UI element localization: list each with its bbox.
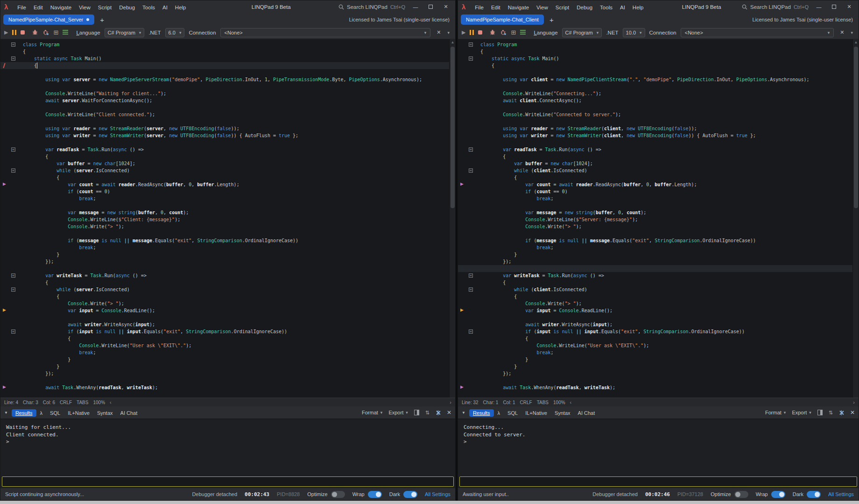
code-line[interactable]: using var reader = new StreamReader(serv… [0,125,455,132]
clear-connection-icon[interactable]: ✕ [437,29,441,35]
code-editor[interactable]: −class Program{− static async Task Main(… [458,39,859,406]
code-line[interactable]: await client.ConnectAsync(); [458,97,859,104]
code-line[interactable] [458,265,859,272]
executing-spinner-icon[interactable] [436,410,441,415]
format-menu[interactable]: Format▾ [765,410,786,415]
code-line[interactable]: − while (client.IsConnected) [458,167,859,174]
fold-collapse-icon[interactable]: − [11,56,15,61]
toggle-switch[interactable] [403,491,417,498]
code-line[interactable] [458,69,859,76]
stop-button-icon[interactable] [21,30,25,35]
code-line[interactable]: − static async Task Main() [458,55,859,62]
code-line[interactable]: await writer.WriteAsync(input); [458,321,859,328]
code-line[interactable]: } [458,356,859,363]
run-button-icon[interactable]: ▶ [462,29,465,35]
minimize-button[interactable]: — [413,4,418,10]
results-tab[interactable]: AI Chat [117,409,141,417]
chevron-down-icon[interactable]: ▾ [447,30,450,35]
close-button[interactable]: ✕ [846,4,852,10]
results-tab[interactable]: IL+Native [521,409,551,417]
code-line[interactable]: − while (client.IsConnected) [458,286,859,293]
language-select[interactable]: C# Program ▾ [105,28,145,37]
dotnet-select[interactable]: 10.0 ▾ [623,28,645,37]
code-editor[interactable]: −class Program{− static async Task Main(… [0,39,455,406]
toggle-switch[interactable] [807,491,821,498]
code-line[interactable] [458,104,859,111]
code-line[interactable]: } [458,251,859,258]
close-results-icon[interactable]: ✕ [850,409,855,416]
menu-item[interactable]: Debug [573,3,596,12]
toggle-switch[interactable] [734,491,748,498]
code-line[interactable]: { [0,48,455,55]
code-line[interactable]: − if (input is null || input.Equals("exi… [458,328,859,335]
menu-item[interactable]: Script [94,3,115,12]
code-line[interactable]: var message = new string(buffer, 0, coun… [0,209,455,216]
menu-item[interactable]: Tools [596,3,616,12]
scroll-up-icon[interactable]: ▲ [853,39,859,45]
close-button[interactable]: ✕ [443,4,449,10]
code-line[interactable]: { [0,293,455,300]
results-tab[interactable]: Syntax [93,409,117,417]
code-line[interactable] [0,69,455,76]
code-line[interactable]: { [458,48,859,55]
code-line[interactable]: if (message is null || message.Equals("e… [0,237,455,244]
code-line[interactable]: Console.WriteLine("Waiting for client...… [0,90,455,97]
code-line[interactable] [0,139,455,146]
export-menu[interactable]: Export▾ [792,410,811,415]
menu-item[interactable]: Navigate [47,3,75,12]
code-line[interactable]: Console.WriteLine("User ask \"EXIT\"."); [0,342,455,349]
code-line[interactable]: if (count == 0) [458,188,859,195]
code-line[interactable]: using var reader = new StreamReader(clie… [458,125,859,132]
fold-collapse-icon[interactable]: − [469,329,473,334]
hscroll-right-icon[interactable]: › [450,399,451,405]
code-line[interactable]: break; [0,244,455,251]
code-line[interactable] [0,104,455,111]
code-line[interactable]: Console.WriteLine("Connecting..."); [458,90,859,97]
code-line[interactable]: }); [458,370,859,377]
menu-item[interactable]: Navigate [504,3,533,12]
dotnet-select[interactable]: 6.0 ▾ [165,28,185,37]
code-line[interactable]: − var readTask = Task.Run(async () => [458,146,859,153]
code-line[interactable]: Console.WriteLine($"Server: {message}"); [458,216,859,223]
hscroll-left-icon[interactable]: ‹ [110,399,112,405]
code-line[interactable]: − while (server.IsConnected) [0,286,455,293]
code-line[interactable] [0,83,455,90]
export-menu[interactable]: Export▾ [388,410,408,415]
code-line[interactable]: { [0,335,455,342]
code-line[interactable] [458,83,859,90]
code-line[interactable] [458,391,859,398]
code-line[interactable]: break; [458,349,859,356]
scrollbar-thumb[interactable] [451,47,455,208]
menu-item[interactable]: Edit [487,3,504,12]
code-line[interactable] [0,314,455,321]
code-line[interactable]: using var server = new NamedPipeServerSt… [0,76,455,83]
connection-select[interactable]: <None> ▾ [220,28,431,37]
code-line[interactable]: ▶ await Task.WhenAny(readTask, writeTask… [458,384,859,391]
code-line[interactable] [0,265,455,272]
code-line[interactable]: − while (server.IsConnected) [0,167,455,174]
code-line[interactable]: − if (input is null || input.Equals("exi… [0,328,455,335]
code-line[interactable]: } [0,356,455,363]
code-pane[interactable]: −class Program{− static async Task Main(… [0,39,455,398]
query-tab[interactable]: NamedPipeSample-Chat_Server [3,14,94,25]
code-line[interactable]: }); [458,258,859,265]
code-line[interactable] [0,377,455,384]
code-line[interactable]: ▶ var count = await reader.ReadAsync(buf… [458,181,859,188]
connection-select[interactable]: <None> ▾ [681,28,834,37]
menu-item[interactable]: Script [552,3,573,12]
code-line[interactable] [458,377,859,384]
menu-item[interactable]: View [75,3,94,12]
arrange-vertical-icon[interactable]: ⇅ [829,410,833,416]
code-line[interactable]: } [0,251,455,258]
collapse-results-icon[interactable]: ▼ [4,411,8,415]
code-line[interactable]: using var client = new NamedPipeClientSt… [458,76,859,83]
console-input-field[interactable] [459,476,857,487]
new-tab-button[interactable]: + [100,16,104,24]
code-line[interactable]: Console.Write("> "); [458,223,859,230]
code-line[interactable]: { [458,153,859,160]
code-line[interactable]: using var writer = new StreamWriter(serv… [0,132,455,139]
dock-results-icon[interactable] [817,410,823,415]
code-line[interactable]: Console.WriteLine("User ask \"EXIT\"."); [458,342,859,349]
code-line[interactable]: − var writeTask = Task.Run(async () => [0,272,455,279]
close-results-icon[interactable]: ✕ [447,409,451,416]
